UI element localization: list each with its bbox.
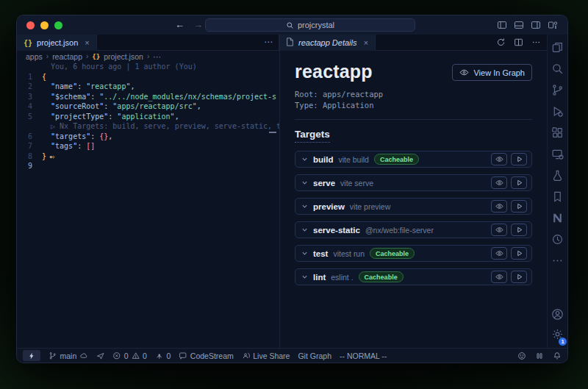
codestream-status[interactable]: CodeStream xyxy=(179,351,233,360)
code-line[interactable]: 9 xyxy=(17,161,279,171)
run-target-button[interactable] xyxy=(511,247,527,260)
explorer-icon[interactable] xyxy=(551,41,564,54)
code-line[interactable]: 7 "tags": [] xyxy=(17,141,279,151)
ports-indicator[interactable]: 0 xyxy=(155,351,171,360)
bookmarks-icon[interactable] xyxy=(551,190,564,203)
git-graph-status[interactable]: Git Graph xyxy=(298,351,331,360)
target-row[interactable]: build vite build Cacheable xyxy=(295,151,532,168)
toggle-panel-icon[interactable] xyxy=(514,20,524,30)
window-controls xyxy=(26,21,62,29)
view-target-button[interactable] xyxy=(491,200,507,213)
history-back-button[interactable]: ← xyxy=(175,19,184,30)
line-content xyxy=(42,161,279,171)
account-icon[interactable] xyxy=(551,308,564,321)
extensions-icon[interactable] xyxy=(551,126,564,139)
search-icon[interactable] xyxy=(551,63,564,75)
chevron-down-icon[interactable] xyxy=(301,274,308,280)
breadcrumb-item[interactable]: ⋯ xyxy=(153,52,161,61)
nx-console-icon[interactable] xyxy=(551,212,564,224)
view-target-button[interactable] xyxy=(491,247,507,260)
code-line[interactable]: 8} ✦✧ xyxy=(17,151,279,162)
remote-indicator[interactable] xyxy=(23,350,40,361)
split-editor-icon[interactable] xyxy=(514,38,523,47)
refresh-icon[interactable] xyxy=(496,38,506,47)
publish-cloud-icon xyxy=(79,351,88,360)
eye-icon xyxy=(459,68,469,77)
target-row[interactable]: test vitest run Cacheable xyxy=(295,245,532,262)
command-center-search[interactable]: projcrystal xyxy=(205,18,415,32)
view-in-graph-button[interactable]: View In Graph xyxy=(452,64,532,81)
code-line[interactable]: 5 "projectType": "application", xyxy=(17,112,279,122)
run-target-button[interactable] xyxy=(511,200,527,213)
codelens-play-icon[interactable]: ▷ xyxy=(42,122,60,130)
run-target-button[interactable] xyxy=(511,224,527,236)
settings-gear[interactable]: 1 xyxy=(551,328,564,343)
close-tab-icon[interactable]: × xyxy=(364,38,368,47)
title-bar: ← → projcrystal xyxy=(17,15,567,35)
maximize-window-button[interactable] xyxy=(54,21,62,29)
tab-overflow-icon[interactable]: ⋯ xyxy=(264,37,273,47)
code-line[interactable]: 1{ xyxy=(17,72,279,82)
view-target-button[interactable] xyxy=(491,224,507,236)
code-line[interactable]: 2 "name": "reactapp", xyxy=(17,82,279,92)
eye-icon xyxy=(495,155,503,163)
code-line[interactable]: 4 "sourceRoot": "apps/reactapp/src", xyxy=(17,101,279,112)
live-share-status[interactable]: Live Share xyxy=(242,351,290,360)
remote-explorer-icon[interactable] xyxy=(551,148,564,160)
run-target-button[interactable] xyxy=(511,153,527,165)
timeline-clock-icon[interactable] xyxy=(551,233,564,246)
chevron-down-icon[interactable] xyxy=(301,156,308,163)
chevron-down-icon[interactable] xyxy=(301,226,308,233)
testing-icon[interactable] xyxy=(551,169,564,182)
breadcrumb-item[interactable]: reactapp xyxy=(52,52,82,61)
more-actions-icon[interactable] xyxy=(531,38,541,47)
chevron-down-icon[interactable] xyxy=(301,179,308,186)
chevron-down-icon[interactable] xyxy=(301,250,308,257)
problems-indicator[interactable]: 0 0 xyxy=(112,351,147,360)
view-target-button[interactable] xyxy=(491,176,507,189)
line-number: 1 xyxy=(17,72,42,82)
tab-reactapp-details[interactable]: reactapp Details × xyxy=(279,35,376,51)
code-editor[interactable]: You, 6 hours ago | 1 author (You)1{2 "na… xyxy=(17,62,279,348)
run-target-button[interactable] xyxy=(511,176,527,189)
git-branch-icon xyxy=(49,351,57,360)
json-file-icon: {} xyxy=(24,39,32,47)
toggle-sidebar-right-icon[interactable] xyxy=(531,20,541,30)
copilot-sparkle-icon: ✦✧ xyxy=(46,153,54,160)
nx-targets-codelens[interactable]: Nx Targets: build, serve, preview, serve… xyxy=(60,122,279,130)
close-tab-icon[interactable]: × xyxy=(85,38,89,47)
history-forward-button[interactable]: → xyxy=(193,19,203,30)
radio-tower-icon xyxy=(155,351,164,360)
view-target-button[interactable] xyxy=(491,153,507,165)
minimize-window-button[interactable] xyxy=(40,21,49,29)
more-views-icon[interactable] xyxy=(551,254,564,267)
tab-project-json[interactable]: {} project.json × xyxy=(17,35,97,51)
fm-indicator-icon[interactable] xyxy=(535,351,544,360)
vim-mode-indicator[interactable]: -- NORMAL -- xyxy=(340,351,387,360)
search-icon xyxy=(286,21,294,29)
customize-layout-icon[interactable] xyxy=(548,20,558,30)
breadcrumb-item[interactable]: apps xyxy=(26,52,43,61)
target-row[interactable]: serve-static @nx/web:file-server xyxy=(295,221,532,238)
feedback-smiley-icon[interactable] xyxy=(517,351,526,360)
breadcrumb[interactable]: apps›reactapp›{}project.json›⋯ xyxy=(17,51,279,62)
close-window-button[interactable] xyxy=(26,21,35,29)
target-row[interactable]: serve vite serve xyxy=(295,174,532,191)
git-branch-status[interactable]: main xyxy=(49,351,88,360)
target-row[interactable]: lint eslint . Cacheable xyxy=(295,268,532,285)
chevron-down-icon[interactable] xyxy=(301,203,308,210)
run-debug-icon[interactable] xyxy=(551,105,564,118)
tab-label: project.json xyxy=(37,38,78,47)
code-line[interactable]: 6 "targets": {}, xyxy=(17,132,279,142)
launchpad-indicator[interactable] xyxy=(96,351,105,360)
toggle-sidebar-left-icon[interactable] xyxy=(497,20,507,30)
code-line[interactable]: You, 6 hours ago | 1 author (You) xyxy=(17,62,279,72)
target-row[interactable]: preview vite preview xyxy=(295,198,532,215)
run-target-button[interactable] xyxy=(511,271,527,283)
breadcrumb-item[interactable]: project.json xyxy=(104,52,143,61)
code-line[interactable]: ▷ Nx Targets: build, serve, preview, ser… xyxy=(17,121,279,132)
notifications-bell-icon[interactable] xyxy=(553,351,562,360)
code-line[interactable]: 3 "$schema": "../../node_modules/nx/sche… xyxy=(17,92,279,102)
view-target-button[interactable] xyxy=(491,271,507,283)
source-control-icon[interactable] xyxy=(551,84,564,96)
